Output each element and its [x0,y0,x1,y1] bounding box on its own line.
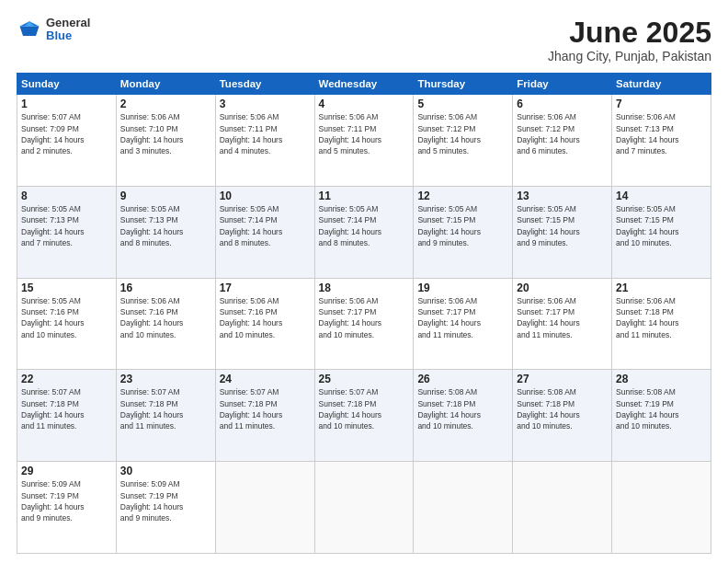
day-number: 14 [616,190,707,202]
day-info: Sunrise: 5:08 AMSunset: 7:19 PMDaylight:… [616,386,707,431]
month-title: June 2025 [548,17,711,49]
day-info: Sunrise: 5:08 AMSunset: 7:18 PMDaylight:… [417,386,508,431]
day-info: Sunrise: 5:07 AMSunset: 7:18 PMDaylight:… [120,386,211,431]
col-thursday: Thursday [414,74,513,95]
cell-19: 19 Sunrise: 5:06 AMSunset: 7:17 PMDaylig… [414,278,513,370]
day-info: Sunrise: 5:07 AMSunset: 7:18 PMDaylight:… [220,386,311,431]
day-number: 11 [319,190,410,202]
day-number: 23 [120,373,211,385]
cell-8: 8 Sunrise: 5:05 AMSunset: 7:13 PMDayligh… [17,186,117,278]
logo-blue-label: Blue [46,29,90,42]
day-info: Sunrise: 5:06 AMSunset: 7:11 PMDaylight:… [220,111,311,156]
table-row: 1 Sunrise: 5:07 AMSunset: 7:09 PMDayligh… [17,95,711,187]
table-row: 15 Sunrise: 5:05 AMSunset: 7:16 PMDaylig… [17,278,711,370]
day-info: Sunrise: 5:06 AMSunset: 7:18 PMDaylight:… [616,295,707,340]
title-block: June 2025 Jhang City, Punjab, Pakistan [548,17,711,63]
cell-24: 24 Sunrise: 5:07 AMSunset: 7:18 PMDaylig… [215,370,314,462]
day-number: 5 [417,98,508,110]
day-number: 22 [21,373,112,385]
day-number: 20 [517,282,608,294]
cell-6: 6 Sunrise: 5:06 AMSunset: 7:12 PMDayligh… [513,95,612,187]
day-number: 10 [220,190,311,202]
day-number: 29 [21,465,112,477]
table-row: 8 Sunrise: 5:05 AMSunset: 7:13 PMDayligh… [17,186,711,278]
cell-empty [612,462,711,554]
day-number: 15 [21,282,112,294]
cell-7: 7 Sunrise: 5:06 AMSunset: 7:13 PMDayligh… [612,95,711,187]
col-sunday: Sunday [17,74,117,95]
day-info: Sunrise: 5:06 AMSunset: 7:11 PMDaylight:… [319,111,410,156]
cell-18: 18 Sunrise: 5:06 AMSunset: 7:17 PMDaylig… [314,278,414,370]
day-info: Sunrise: 5:05 AMSunset: 7:13 PMDaylight:… [21,203,112,248]
day-info: Sunrise: 5:06 AMSunset: 7:17 PMDaylight:… [319,295,410,340]
day-number: 2 [120,98,211,110]
page: General Blue June 2025 Jhang City, Punja… [0,0,728,563]
day-info: Sunrise: 5:05 AMSunset: 7:15 PMDaylight:… [517,203,608,248]
day-number: 17 [220,282,311,294]
calendar-table: Sunday Monday Tuesday Wednesday Thursday… [17,73,711,554]
cell-empty [314,462,414,554]
day-info: Sunrise: 5:05 AMSunset: 7:14 PMDaylight:… [319,203,410,248]
day-info: Sunrise: 5:07 AMSunset: 7:09 PMDaylight:… [21,111,112,156]
cell-13: 13 Sunrise: 5:05 AMSunset: 7:15 PMDaylig… [513,186,612,278]
day-info: Sunrise: 5:05 AMSunset: 7:15 PMDaylight:… [417,203,508,248]
day-number: 24 [220,373,311,385]
day-number: 3 [220,98,311,110]
cell-14: 14 Sunrise: 5:05 AMSunset: 7:15 PMDaylig… [612,186,711,278]
cell-17: 17 Sunrise: 5:06 AMSunset: 7:16 PMDaylig… [215,278,314,370]
day-info: Sunrise: 5:06 AMSunset: 7:17 PMDaylight:… [517,295,608,340]
day-number: 4 [319,98,410,110]
logo-icon [17,17,42,42]
day-info: Sunrise: 5:07 AMSunset: 7:18 PMDaylight:… [21,386,112,431]
cell-5: 5 Sunrise: 5:06 AMSunset: 7:12 PMDayligh… [414,95,513,187]
day-info: Sunrise: 5:05 AMSunset: 7:13 PMDaylight:… [120,203,211,248]
col-friday: Friday [513,74,612,95]
header-row: Sunday Monday Tuesday Wednesday Thursday… [17,74,711,95]
col-saturday: Saturday [612,74,711,95]
header: General Blue June 2025 Jhang City, Punja… [17,17,711,63]
day-info: Sunrise: 5:06 AMSunset: 7:17 PMDaylight:… [417,295,508,340]
day-info: Sunrise: 5:09 AMSunset: 7:19 PMDaylight:… [21,478,112,523]
cell-12: 12 Sunrise: 5:05 AMSunset: 7:15 PMDaylig… [414,186,513,278]
cell-26: 26 Sunrise: 5:08 AMSunset: 7:18 PMDaylig… [414,370,513,462]
cell-9: 9 Sunrise: 5:05 AMSunset: 7:13 PMDayligh… [116,186,215,278]
day-number: 28 [616,373,707,385]
day-info: Sunrise: 5:05 AMSunset: 7:14 PMDaylight:… [220,203,311,248]
table-row: 29 Sunrise: 5:09 AMSunset: 7:19 PMDaylig… [17,462,711,554]
day-number: 27 [517,373,608,385]
day-info: Sunrise: 5:08 AMSunset: 7:18 PMDaylight:… [517,386,608,431]
cell-15: 15 Sunrise: 5:05 AMSunset: 7:16 PMDaylig… [17,278,117,370]
day-number: 1 [21,98,112,110]
day-number: 26 [417,373,508,385]
day-info: Sunrise: 5:06 AMSunset: 7:13 PMDaylight:… [616,111,707,156]
day-info: Sunrise: 5:06 AMSunset: 7:12 PMDaylight:… [517,111,608,156]
day-info: Sunrise: 5:06 AMSunset: 7:10 PMDaylight:… [120,111,211,156]
cell-22: 22 Sunrise: 5:07 AMSunset: 7:18 PMDaylig… [17,370,117,462]
day-number: 6 [517,98,608,110]
day-info: Sunrise: 5:07 AMSunset: 7:18 PMDaylight:… [319,386,410,431]
cell-29: 29 Sunrise: 5:09 AMSunset: 7:19 PMDaylig… [17,462,117,554]
day-number: 19 [417,282,508,294]
table-row: 22 Sunrise: 5:07 AMSunset: 7:18 PMDaylig… [17,370,711,462]
logo: General Blue [17,17,90,43]
col-wednesday: Wednesday [314,74,414,95]
day-number: 9 [120,190,211,202]
cell-30: 30 Sunrise: 5:09 AMSunset: 7:19 PMDaylig… [116,462,215,554]
col-monday: Monday [116,74,215,95]
cell-28: 28 Sunrise: 5:08 AMSunset: 7:19 PMDaylig… [612,370,711,462]
col-tuesday: Tuesday [215,74,314,95]
day-info: Sunrise: 5:09 AMSunset: 7:19 PMDaylight:… [120,478,211,523]
city-subtitle: Jhang City, Punjab, Pakistan [548,49,711,63]
day-number: 21 [616,282,707,294]
day-number: 16 [120,282,211,294]
day-info: Sunrise: 5:06 AMSunset: 7:12 PMDaylight:… [417,111,508,156]
cell-3: 3 Sunrise: 5:06 AMSunset: 7:11 PMDayligh… [215,95,314,187]
day-number: 12 [417,190,508,202]
cell-11: 11 Sunrise: 5:05 AMSunset: 7:14 PMDaylig… [314,186,414,278]
day-number: 13 [517,190,608,202]
cell-2: 2 Sunrise: 5:06 AMSunset: 7:10 PMDayligh… [116,95,215,187]
cell-21: 21 Sunrise: 5:06 AMSunset: 7:18 PMDaylig… [612,278,711,370]
cell-empty [215,462,314,554]
cell-27: 27 Sunrise: 5:08 AMSunset: 7:18 PMDaylig… [513,370,612,462]
day-info: Sunrise: 5:05 AMSunset: 7:16 PMDaylight:… [21,295,112,340]
